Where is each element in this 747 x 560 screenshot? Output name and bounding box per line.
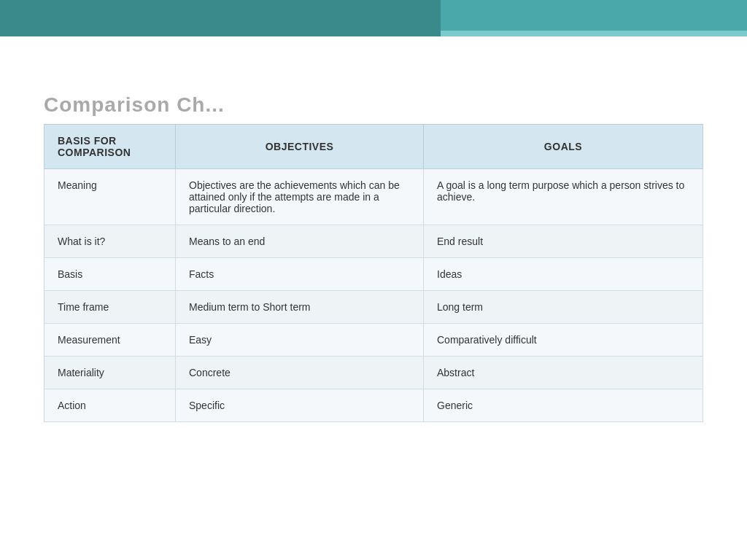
cell-objectives: Objectives are the achievements which ca… xyxy=(176,169,424,225)
page-title: Comparison Ch... xyxy=(44,93,225,117)
table-row: BasisFactsIdeas xyxy=(44,258,703,291)
cell-objectives: Concrete xyxy=(176,357,424,389)
table-row: MeasurementEasyComparatively difficult xyxy=(44,324,703,357)
cell-objectives: Means to an end xyxy=(176,225,424,258)
col-header-goals: GOALS xyxy=(424,125,703,169)
cell-objectives: Medium term to Short term xyxy=(176,291,424,324)
cell-basis: Action xyxy=(44,389,176,422)
table-row: ActionSpecificGeneric xyxy=(44,389,703,422)
table-row: What is it?Means to an endEnd result xyxy=(44,225,703,258)
table-row: Time frameMedium term to Short termLong … xyxy=(44,291,703,324)
table-row: MeaningObjectives are the achievements w… xyxy=(44,169,703,225)
cell-basis: What is it? xyxy=(44,225,176,258)
cell-basis: Time frame xyxy=(44,291,176,324)
comparison-table: BASIS FOR COMPARISON OBJECTIVES GOALS Me… xyxy=(44,124,703,422)
cell-objectives: Facts xyxy=(176,258,424,291)
cell-objectives: Easy xyxy=(176,324,424,357)
cell-goals: End result xyxy=(424,225,703,258)
col-header-objectives: OBJECTIVES xyxy=(176,125,424,169)
cell-basis: Basis xyxy=(44,258,176,291)
cell-goals: Ideas xyxy=(424,258,703,291)
cell-goals: A goal is a long term purpose which a pe… xyxy=(424,169,703,225)
cell-basis: Measurement xyxy=(44,324,176,357)
cell-goals: Generic xyxy=(424,389,703,422)
cell-objectives: Specific xyxy=(176,389,424,422)
cell-goals: Comparatively difficult xyxy=(424,324,703,357)
table-header-row: BASIS FOR COMPARISON OBJECTIVES GOALS xyxy=(44,125,703,169)
col-header-basis: BASIS FOR COMPARISON xyxy=(44,125,176,169)
cell-goals: Abstract xyxy=(424,357,703,389)
cell-basis: Materiality xyxy=(44,357,176,389)
top-bar-accent xyxy=(441,0,747,36)
cell-goals: Long term xyxy=(424,291,703,324)
top-bar xyxy=(0,0,747,36)
cell-basis: Meaning xyxy=(44,169,176,225)
top-bar-line xyxy=(441,31,747,36)
table-row: MaterialityConcreteAbstract xyxy=(44,357,703,389)
